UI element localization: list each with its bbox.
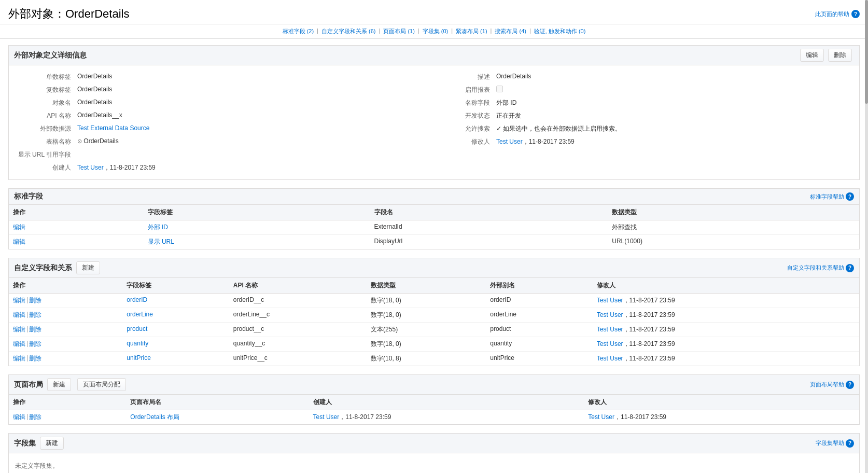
table-row: 编辑 | 删除 orderLine orderLine__c 数字(18, 0)…	[9, 308, 859, 323]
nav-tab-standard-fields[interactable]: 标准字段 (2)	[283, 27, 314, 35]
nav-tab-page-layouts[interactable]: 页面布局 (1)	[383, 27, 415, 35]
nav-tab-validation[interactable]: 验证, 触发和动作 (0)	[534, 27, 586, 35]
page-layouts-assign-btn[interactable]: 页面布局分配	[77, 378, 126, 391]
detail-col-right: 描述 OrderDetails 启用报表 名称字段 外部 ID 开	[434, 71, 853, 174]
edit-link[interactable]: 编辑	[13, 354, 25, 363]
col-api-name: API 名称	[229, 278, 367, 294]
modified-by-cell: Test User，11-8-2017 23:59	[593, 294, 859, 308]
edit-link[interactable]: 编辑	[13, 311, 25, 319]
edit-button[interactable]: 编辑	[800, 49, 824, 62]
custom-fields-new-btn[interactable]: 新建	[76, 261, 100, 274]
row-allow-search: 允许搜索 ✓ 如果选中，也会在外部数据源上启用搜索。	[434, 122, 853, 135]
delete-link[interactable]: 删除	[29, 296, 41, 305]
edit-link[interactable]: 编辑	[13, 296, 25, 305]
delete-button[interactable]: 删除	[828, 49, 852, 62]
field-label-link[interactable]: product	[127, 325, 147, 332]
edit-link[interactable]: 编辑	[13, 223, 25, 232]
api-name-cell: orderLine__c	[229, 308, 367, 323]
standard-fields-table: 操作 字段标签 字段名 数据类型 编辑 外部 ID Ex	[9, 205, 859, 249]
delete-link[interactable]: 删除	[29, 311, 41, 319]
page-layouts-help[interactable]: 页面布局帮助 ?	[810, 381, 854, 389]
external-data-source-value: Test External Data Source	[77, 124, 149, 132]
edit-link[interactable]: 编辑	[13, 325, 25, 334]
page-layouts-help-icon: ?	[846, 381, 854, 389]
standard-fields-help-icon: ?	[846, 192, 854, 201]
row-display-url: 显示 URL 引用字段	[15, 148, 434, 161]
table-row: 编辑 显示 URL DisplayUrl URL(1000)	[9, 235, 859, 249]
detail-grid: 单数标签 OrderDetails 复数标签 OrderDetails 对象名 …	[15, 71, 853, 174]
api-name-cell: product__c	[229, 323, 367, 337]
delete-link[interactable]: 删除	[29, 325, 41, 334]
standard-fields-body: 操作 字段标签 字段名 数据类型 编辑 外部 ID Ex	[9, 205, 859, 249]
modified-by-cell: Test User，11-8-2017 23:59	[593, 352, 859, 366]
table-row: 编辑 | 删除 OrderDetails 布局 Test User，11-8-2…	[9, 410, 859, 425]
page-layouts-body: 操作 页面布局名 创建人 修改人 编辑 | 删除	[9, 395, 859, 424]
custom-fields-help[interactable]: 自定义字段和关系帮助 ?	[787, 264, 854, 272]
field-name-cell: DisplayUrl	[370, 235, 608, 249]
delete-link[interactable]: 删除	[29, 354, 41, 363]
object-definition-header: 外部对象定义详细信息 编辑 删除	[9, 46, 859, 65]
field-label-link[interactable]: 显示 URL	[148, 238, 174, 245]
page-layouts-new-btn[interactable]: 新建	[47, 378, 71, 391]
single-label-value: OrderDetails	[77, 73, 112, 80]
custom-fields-title: 自定义字段和关系	[14, 263, 72, 273]
field-sets-help[interactable]: 字段集帮助 ?	[816, 439, 854, 448]
help-link[interactable]: 此页面的帮助 ?	[815, 10, 860, 18]
edit-link[interactable]: 编辑	[13, 413, 25, 422]
description-value: OrderDetails	[496, 73, 531, 80]
field-sets-new-btn[interactable]: 新建	[40, 437, 64, 450]
allow-search-value: ✓ 如果选中，也会在外部数据源上启用搜索。	[496, 124, 621, 133]
nav-tab-custom-fields[interactable]: 自定义字段和关系 (6)	[321, 27, 376, 35]
row-name-field: 名称字段 外部 ID	[434, 96, 853, 109]
col-actions: 操作	[9, 395, 126, 410]
action-links: 编辑 | 删除	[13, 325, 118, 334]
field-label-link[interactable]: unitPrice	[127, 354, 151, 361]
edit-link[interactable]: 编辑	[13, 238, 25, 246]
enable-reports-value	[496, 86, 503, 94]
delete-link[interactable]: 删除	[29, 413, 41, 422]
page-layouts-title: 页面布局	[14, 380, 43, 389]
scrollbar-thumb[interactable]	[865, 0, 868, 104]
nav-tab-field-sets[interactable]: 字段集 (0)	[423, 27, 449, 35]
field-label-link[interactable]: 外部 ID	[148, 224, 168, 231]
layout-name-link[interactable]: OrderDetails 布局	[130, 413, 179, 421]
plural-label-value: OrderDetails	[77, 86, 112, 93]
row-modified-by: 修改人 Test User，11-8-2017 23:59	[434, 135, 853, 148]
row-api-name: API 名称 OrderDetails__x	[15, 109, 434, 122]
custom-fields-body: 操作 字段标签 API 名称 数据类型 外部别名 修改人 编辑 | 删除 ord…	[9, 278, 859, 366]
table-name-value: ⊙ OrderDetails	[77, 137, 119, 145]
external-alias-cell: product	[486, 323, 593, 337]
standard-fields-help[interactable]: 标准字段帮助 ?	[810, 192, 854, 201]
enable-reports-checkbox	[496, 86, 503, 92]
row-created-by: 创建人 Test User，11-8-2017 23:59	[15, 161, 434, 174]
nav-tabs: 标准字段 (2) | 自定义字段和关系 (6) | 页面布局 (1) | 字段集…	[0, 24, 868, 39]
table-row: 编辑 | 删除 quantity quantity__c 数字(18, 0) q…	[9, 337, 859, 352]
action-links: 编辑	[13, 223, 139, 232]
field-label-link[interactable]: orderID	[127, 296, 147, 303]
row-plural-label: 复数标签 OrderDetails	[15, 84, 434, 96]
scrollbar[interactable]	[865, 0, 868, 473]
col-modified-by: 修改人	[584, 395, 859, 410]
field-label-link[interactable]: quantity	[127, 340, 148, 347]
object-definition-body: 单数标签 OrderDetails 复数标签 OrderDetails 对象名 …	[9, 65, 859, 179]
data-type-cell: URL(1000)	[608, 235, 859, 249]
edit-link[interactable]: 编辑	[13, 340, 25, 349]
field-label-link[interactable]: orderLine	[127, 311, 153, 318]
page-header: 外部对象：OrderDetails 此页面的帮助 ?	[0, 0, 868, 24]
created-by-value: Test User，11-8-2017 23:59	[77, 163, 156, 172]
delete-link[interactable]: 删除	[29, 340, 41, 349]
custom-fields-section: 自定义字段和关系 新建 自定义字段和关系帮助 ? 操作 字段标签 API 名称 …	[8, 258, 860, 366]
data-type-cell: 文本(255)	[367, 323, 486, 337]
main-content: 外部对象定义详细信息 编辑 删除 单数标签 OrderDetails 复数标签 …	[0, 39, 868, 473]
nav-tab-search-layouts[interactable]: 搜索布局 (4)	[495, 27, 526, 35]
dev-status-value: 正在开发	[496, 112, 521, 120]
data-type-cell: 数字(18, 0)	[367, 294, 486, 308]
detail-col-left: 单数标签 OrderDetails 复数标签 OrderDetails 对象名 …	[15, 71, 434, 174]
api-name-cell: unitPrice__c	[229, 352, 367, 366]
row-dev-status: 开发状态 正在开发	[434, 109, 853, 122]
data-type-cell: 数字(10, 8)	[367, 352, 486, 366]
col-actions: 操作	[9, 205, 144, 220]
data-type-cell: 数字(18, 0)	[367, 337, 486, 352]
nav-tab-compact-layouts[interactable]: 紧凑布局 (1)	[456, 27, 487, 35]
object-definition-section: 外部对象定义详细信息 编辑 删除 单数标签 OrderDetails 复数标签 …	[8, 45, 860, 180]
